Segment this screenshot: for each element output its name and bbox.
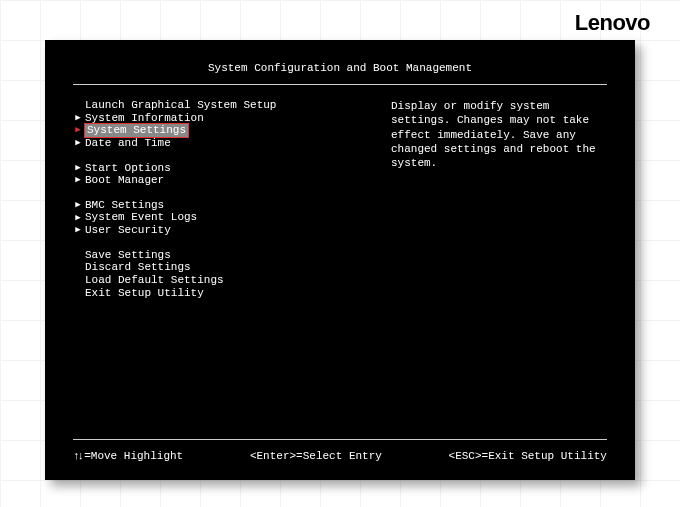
menu-item-label: Start Options [85,162,171,175]
triangle-icon: ▶ [73,213,83,223]
menu-panel: ▶ Launch Graphical System Setup ▶ System… [73,99,371,439]
menu-item-label: Launch Graphical System Setup [85,99,276,112]
menu-group-3: ▶ BMC Settings ▶ System Event Logs ▶ Use… [73,199,371,237]
menu-system-settings[interactable]: ▶ System Settings [73,124,371,137]
triangle-icon: ▶ [73,113,83,123]
help-text: Display or modify system settings. Chang… [391,99,601,170]
menu-exit-setup-utility[interactable]: ▶ Exit Setup Utility [73,287,371,300]
menu-item-label: Discard Settings [85,261,191,274]
menu-launch-graphical-setup[interactable]: ▶ Launch Graphical System Setup [73,99,371,112]
menu-item-label: Boot Manager [85,174,164,187]
triangle-icon: ▶ [73,138,83,148]
menu-item-label: BMC Settings [85,199,164,212]
triangle-icon: ▶ [73,125,83,135]
hint-select-entry: <Enter>=Select Entry [250,450,382,462]
menu-save-settings[interactable]: ▶ Save Settings [73,249,371,262]
menu-start-options[interactable]: ▶ Start Options [73,162,371,175]
menu-group-1: ▶ Launch Graphical System Setup ▶ System… [73,99,371,150]
menu-item-label: System Information [85,112,204,125]
hint-move-label: =Move Highlight [84,450,183,462]
menu-item-label: System Settings [85,124,188,137]
page-title: System Configuration and Boot Management [73,62,607,84]
triangle-icon: ▶ [73,163,83,173]
menu-date-and-time[interactable]: ▶ Date and Time [73,137,371,150]
menu-system-event-logs[interactable]: ▶ System Event Logs [73,211,371,224]
triangle-icon: ▶ [73,175,83,185]
menu-bmc-settings[interactable]: ▶ BMC Settings [73,199,371,212]
body: ▶ Launch Graphical System Setup ▶ System… [73,85,607,439]
footer-hints: ↑↓=Move Highlight <Enter>=Select Entry <… [73,440,607,462]
hint-move-highlight: ↑↓=Move Highlight [73,450,183,462]
lenovo-logo: Lenovo [575,10,650,36]
menu-load-default-settings[interactable]: ▶ Load Default Settings [73,274,371,287]
menu-item-label: Exit Setup Utility [85,287,204,300]
bios-window: System Configuration and Boot Management… [45,40,635,480]
triangle-icon: ▶ [73,200,83,210]
triangle-icon: ▶ [73,225,83,235]
menu-boot-manager[interactable]: ▶ Boot Manager [73,174,371,187]
hint-exit-setup: <ESC>=Exit Setup Utility [449,450,607,462]
menu-item-label: Load Default Settings [85,274,224,287]
updown-arrows-icon: ↑↓ [73,450,82,462]
menu-user-security[interactable]: ▶ User Security [73,224,371,237]
menu-item-label: User Security [85,224,171,237]
menu-group-4: ▶ Save Settings ▶ Discard Settings ▶ Loa… [73,249,371,300]
menu-item-label: System Event Logs [85,211,197,224]
menu-item-label: Save Settings [85,249,171,262]
help-panel: Display or modify system settings. Chang… [391,99,607,439]
menu-discard-settings[interactable]: ▶ Discard Settings [73,261,371,274]
menu-group-2: ▶ Start Options ▶ Boot Manager [73,162,371,187]
menu-system-information[interactable]: ▶ System Information [73,112,371,125]
menu-item-label: Date and Time [85,137,171,150]
